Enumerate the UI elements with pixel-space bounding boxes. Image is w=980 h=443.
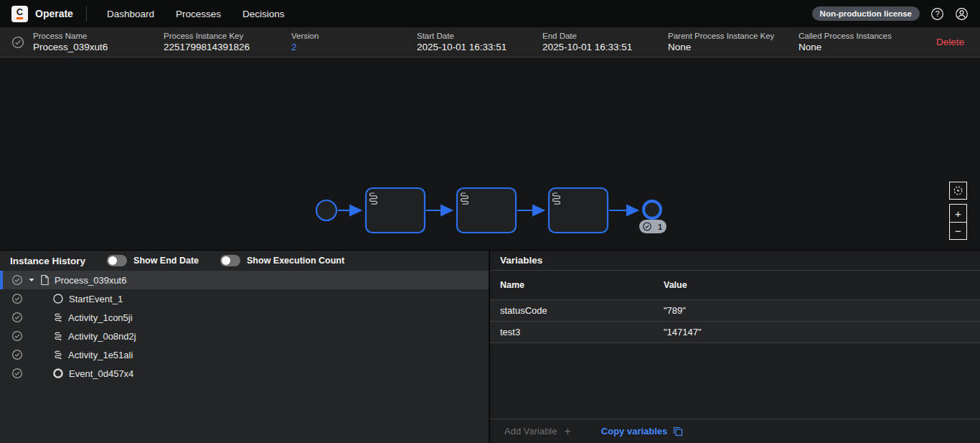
variables-footer: Add Variable + Copy variables	[490, 419, 980, 443]
tree-item-label: Activity_0o8nd2j	[68, 331, 136, 342]
chevron-down-icon[interactable]	[28, 276, 35, 284]
zoom-in-button[interactable]: +	[949, 204, 967, 222]
diagram-controls: + −	[949, 182, 967, 240]
nav-tabs: Dashboard Processes Decisions	[107, 9, 285, 19]
variables-table-header: Name Value	[490, 271, 980, 300]
nav-divider	[86, 6, 87, 22]
bottom-panels: Instance History Show End Date Show Exec…	[0, 250, 980, 443]
check-circle-icon	[11, 330, 23, 342]
zoom-out-button[interactable]: −	[949, 222, 967, 240]
tab-decisions[interactable]: Decisions	[242, 9, 285, 19]
copy-icon	[673, 426, 683, 437]
version-link[interactable]: 2	[291, 42, 417, 52]
check-circle-icon	[11, 293, 23, 304]
script-task-icon	[52, 350, 63, 360]
nav-right: Non-production license ?	[812, 6, 969, 21]
bpmn-end-event[interactable]	[644, 201, 661, 218]
variable-row: test3 "147147"	[490, 322, 980, 343]
field-process-instance-key: Process Instance Key 2251799814391826	[164, 32, 291, 52]
script-task-icon	[52, 331, 63, 342]
instance-completed-icon	[11, 36, 24, 49]
variables-header: Variables	[490, 251, 980, 271]
tree-item-activity-1con5ji[interactable]: Activity_1con5ji	[0, 308, 489, 327]
field-start-date: Start Date 2025-10-01 16:33:51	[417, 32, 542, 52]
instance-history-header: Instance History Show End Date Show Exec…	[0, 251, 489, 271]
instance-history-tree: Process_039xut6 StartEvent_1	[0, 271, 489, 443]
help-icon[interactable]: ?	[930, 7, 944, 21]
bpmn-script-task-1[interactable]	[366, 188, 425, 233]
field-end-date: End Date 2025-10-01 16:33:51	[542, 32, 668, 52]
variable-name: statusCode	[500, 305, 664, 316]
svg-text:?: ?	[935, 9, 939, 18]
tree-item-end-event[interactable]: Event_0d457x4	[0, 364, 489, 383]
tree-item-label: Activity_1con5ji	[68, 312, 133, 323]
column-name: Name	[500, 280, 664, 290]
instance-header: Process Name Process_039xut6 Process Ins…	[0, 27, 980, 57]
toggle-switch-icon	[220, 255, 240, 266]
tree-item-label: Activity_1e51ali	[68, 350, 133, 360]
field-called-process-instances: Called Process Instances None	[798, 32, 913, 52]
tree-item-activity-0o8nd2j[interactable]: Activity_0o8nd2j	[0, 327, 489, 345]
reset-view-icon	[953, 185, 963, 196]
variables-panel: Variables Name Value statusCode "789" te…	[490, 251, 980, 443]
process-document-icon	[40, 274, 50, 286]
app-name: Operate	[35, 8, 73, 19]
bpmn-start-event[interactable]	[316, 200, 336, 220]
field-version: Version 2	[291, 32, 417, 52]
user-icon[interactable]	[955, 7, 969, 21]
column-value: Value	[664, 280, 687, 290]
check-circle-icon	[11, 349, 23, 360]
camunda-logo[interactable]: C	[11, 6, 28, 22]
start-event-icon	[52, 293, 64, 304]
reset-view-button[interactable]	[949, 182, 967, 200]
tree-item-label: Process_039xut6	[55, 275, 126, 286]
tree-item-activity-1e51ali[interactable]: Activity_1e51ali	[0, 345, 489, 364]
check-circle-icon	[11, 368, 23, 379]
top-navigation: C Operate Dashboard Processes Decisions …	[0, 0, 980, 27]
bpmn-diagram: 1	[0, 57, 980, 250]
instance-history-panel: Instance History Show End Date Show Exec…	[0, 251, 490, 443]
script-task-icon	[52, 312, 63, 323]
field-process-name: Process Name Process_039xut6	[33, 32, 164, 52]
variable-value: "147147"	[664, 327, 702, 337]
logo-letter: C	[17, 8, 23, 17]
check-circle-icon	[11, 312, 23, 323]
variable-value: "789"	[664, 305, 686, 316]
badge-count: 1	[658, 223, 662, 231]
license-badge: Non-production license	[812, 6, 920, 21]
logo-accent-bar	[17, 17, 23, 19]
variable-name: test3	[500, 327, 664, 337]
toggle-switch-icon	[107, 255, 127, 266]
show-execution-count-toggle[interactable]: Show Execution Count	[220, 255, 344, 266]
bpmn-script-task-3[interactable]	[549, 188, 608, 233]
variable-row: statusCode "789"	[490, 300, 980, 322]
check-circle-icon	[11, 274, 23, 286]
plus-icon: +	[564, 426, 570, 437]
tab-dashboard[interactable]: Dashboard	[107, 9, 154, 19]
tree-item-process-root[interactable]: Process_039xut6	[0, 271, 489, 289]
delete-button[interactable]: Delete	[932, 36, 969, 48]
variables-title: Variables	[500, 255, 542, 266]
completed-count-badge: 1	[639, 220, 666, 233]
end-event-icon	[52, 368, 64, 379]
copy-variables-button[interactable]: Copy variables	[597, 425, 688, 437]
instance-history-title: Instance History	[10, 256, 85, 266]
field-parent-process-instance-key: Parent Process Instance Key None	[668, 32, 798, 52]
add-variable-button[interactable]: Add Variable +	[500, 425, 575, 438]
tab-processes[interactable]: Processes	[176, 9, 221, 19]
diagram-canvas[interactable]: 1 + −	[0, 57, 980, 250]
tree-item-start-event[interactable]: StartEvent_1	[0, 289, 489, 308]
tree-item-label: Event_0d457x4	[69, 368, 133, 379]
bpmn-script-task-2[interactable]	[457, 188, 516, 233]
tree-item-label: StartEvent_1	[69, 294, 123, 304]
show-end-date-toggle[interactable]: Show End Date	[107, 255, 199, 266]
